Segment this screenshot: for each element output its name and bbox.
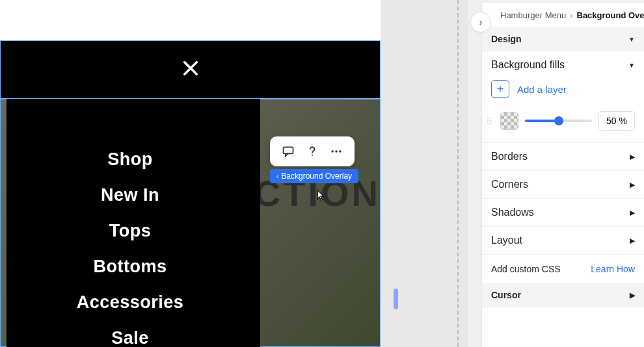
breadcrumb-parent[interactable]: Hamburger Menu — [500, 10, 566, 20]
svg-point-4 — [331, 150, 333, 152]
preview-frame: CTION 0 Shop New In Tops Bottoms Accesso… — [0, 0, 381, 347]
chevron-left-icon: ‹ — [276, 173, 278, 180]
breadcrumb: Hamburger Menu › Background Ove... — [482, 3, 644, 27]
canvas-guide-line — [457, 0, 459, 347]
menu-item-sale[interactable]: Sale — [0, 328, 260, 347]
pointer-cursor-icon — [312, 188, 327, 203]
breadcrumb-current: Background Ove... — [577, 10, 645, 20]
collapse-inspector-button[interactable]: › — [470, 12, 491, 32]
prop-corners-label: Corners — [491, 179, 528, 190]
background-fills-label: Background fills — [491, 59, 565, 71]
chevron-right-icon: ▶ — [630, 291, 635, 300]
chevron-right-icon: ▶ — [630, 153, 635, 161]
inspector-panel: › Hamburger Menu › Background Ove... Des… — [481, 3, 644, 347]
canvas: CTION 0 Shop New In Tops Bottoms Accesso… — [0, 0, 468, 347]
selection-label-pill[interactable]: ‹ Background Overlay — [270, 169, 358, 183]
breadcrumb-sep: › — [570, 10, 572, 20]
floating-toolbar — [270, 136, 355, 166]
opacity-input[interactable] — [598, 111, 635, 131]
menu-item-accessories[interactable]: Accessories — [0, 292, 260, 313]
custom-css-label: Add custom CSS — [491, 264, 561, 274]
add-layer-label[interactable]: Add a layer — [517, 84, 567, 95]
section-cursor[interactable]: Cursor ▶ — [482, 283, 644, 307]
prop-borders-label: Borders — [491, 151, 528, 162]
comment-icon[interactable] — [282, 145, 295, 158]
svg-rect-2 — [284, 147, 293, 153]
svg-point-6 — [339, 150, 341, 152]
menu-item-bottoms[interactable]: Bottoms — [0, 257, 260, 277]
chevron-right-icon: › — [479, 17, 483, 27]
prop-shadows-label: Shadows — [491, 207, 534, 218]
section-design-label: Design — [491, 34, 522, 44]
prop-layout-label: Layout — [491, 235, 522, 246]
help-icon[interactable] — [306, 145, 319, 158]
menu-item-newin[interactable]: New In — [0, 185, 260, 205]
selection-label-text: Background Overlay — [281, 172, 352, 181]
chevron-down-icon: ▼ — [628, 36, 635, 43]
slider-knob[interactable] — [554, 116, 563, 125]
prop-corners[interactable]: Corners ▶ — [482, 171, 644, 199]
prop-shadows[interactable]: Shadows ▶ — [482, 199, 644, 227]
learn-how-link[interactable]: Learn How — [591, 264, 635, 274]
menu-item-tops[interactable]: Tops — [0, 221, 260, 241]
menu-header-bar[interactable] — [0, 40, 381, 99]
background-fills-header[interactable]: Background fills ▼ — [482, 51, 644, 75]
menu-item-list: Shop New In Tops Bottoms Accessories Sal… — [0, 149, 260, 347]
chevron-down-icon: ▼ — [628, 62, 635, 69]
svg-point-3 — [312, 155, 313, 156]
chevron-right-icon: ▶ — [630, 237, 635, 245]
plus-icon: + — [497, 83, 504, 95]
chevron-right-icon: ▶ — [630, 209, 635, 217]
add-layer-row: + Add a layer — [482, 75, 644, 105]
prop-borders[interactable]: Borders ▶ — [482, 143, 644, 171]
opacity-slider[interactable] — [525, 120, 592, 122]
prop-layout[interactable]: Layout ▶ — [482, 227, 644, 255]
color-swatch-transparent[interactable] — [500, 112, 518, 130]
add-layer-button[interactable]: + — [491, 80, 509, 98]
drag-handle-icon[interactable] — [487, 118, 494, 124]
menu-item-shop[interactable]: Shop — [0, 149, 260, 170]
svg-point-5 — [335, 150, 337, 152]
section-design[interactable]: Design ▼ — [482, 27, 644, 51]
fill-layer-row — [482, 105, 644, 143]
frame-header-whitespace — [0, 0, 381, 40]
custom-css-row: Add custom CSS Learn How — [482, 255, 644, 283]
section-cursor-label: Cursor — [491, 290, 521, 300]
vertical-scroll-thumb[interactable] — [394, 289, 398, 309]
close-icon[interactable] — [181, 59, 200, 77]
more-icon[interactable] — [330, 145, 343, 158]
chevron-right-icon: ▶ — [630, 181, 635, 189]
